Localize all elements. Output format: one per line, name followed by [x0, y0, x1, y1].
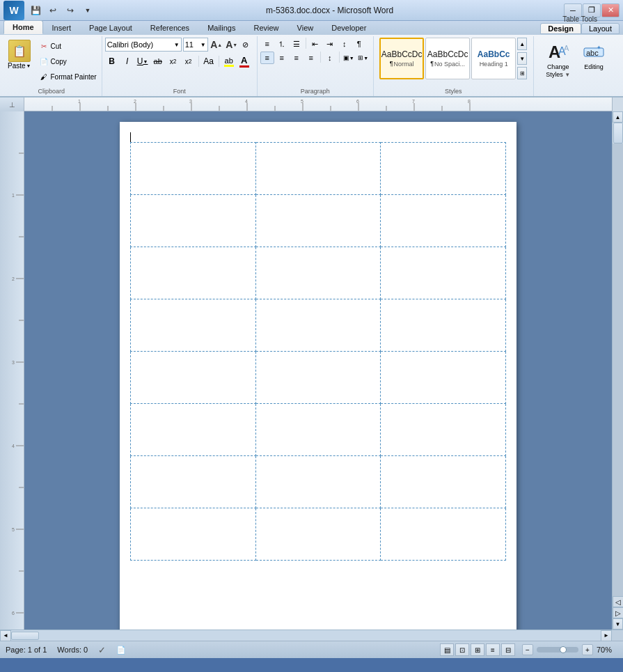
- subscript-button[interactable]: x2: [166, 54, 180, 68]
- change-styles-button[interactable]: A A A Change Styles ▼: [541, 38, 575, 82]
- scroll-up-button[interactable]: ▲: [613, 111, 623, 123]
- grow-font-button[interactable]: A▲: [210, 38, 223, 52]
- table-cell[interactable]: [381, 247, 506, 299]
- styles-scroll-down-button[interactable]: ▼: [517, 52, 527, 65]
- strikethrough-button[interactable]: ab: [151, 54, 165, 68]
- multilevel-button[interactable]: ☰: [290, 38, 303, 50]
- zoom-slider[interactable]: [537, 647, 578, 653]
- tab-design[interactable]: Design: [540, 23, 581, 34]
- scroll-page-up-button[interactable]: ◁: [613, 596, 623, 607]
- table-cell[interactable]: [381, 404, 506, 456]
- increase-indent-button[interactable]: ⇥: [323, 38, 337, 50]
- justify-button[interactable]: ≡: [304, 52, 318, 64]
- tab-mailings[interactable]: Mailings: [198, 20, 244, 34]
- numbering-button[interactable]: ⒈: [275, 38, 289, 50]
- style-normal-button[interactable]: AaBbCcDc ¶ Normal: [379, 38, 424, 79]
- table-cell[interactable]: [131, 456, 256, 508]
- qat-save-button[interactable]: 💾: [28, 3, 43, 17]
- bold-button[interactable]: B: [105, 54, 119, 68]
- table-cell[interactable]: [131, 404, 256, 456]
- tab-references[interactable]: References: [141, 20, 198, 34]
- tab-home[interactable]: Home: [3, 20, 43, 34]
- table-cell[interactable]: [381, 299, 506, 352]
- font-color-button[interactable]: A: [237, 54, 251, 68]
- shading-button[interactable]: ▣ ▼: [342, 52, 356, 64]
- horiz-scroll-thumb[interactable]: [11, 632, 39, 640]
- font-family-selector[interactable]: Calibri (Body) ▼: [105, 38, 182, 52]
- table-cell[interactable]: [131, 195, 256, 247]
- full-screen-button[interactable]: ⊡: [455, 643, 469, 656]
- table-cell[interactable]: [255, 143, 381, 195]
- table-cell[interactable]: [131, 143, 256, 195]
- highlight-button[interactable]: ab: [222, 54, 236, 68]
- tab-page-layout[interactable]: Page Layout: [80, 20, 141, 34]
- shrink-font-button[interactable]: A▼: [225, 38, 239, 52]
- scroll-down-button[interactable]: ▼: [613, 618, 623, 630]
- spell-check-icon[interactable]: ✓: [98, 645, 106, 655]
- scroll-thumb[interactable]: [613, 123, 623, 143]
- cut-button[interactable]: ✂ Cut: [36, 39, 99, 53]
- zoom-out-button[interactable]: −: [522, 644, 533, 655]
- horiz-scroll-left-button[interactable]: ◄: [0, 630, 11, 641]
- table-cell[interactable]: [381, 195, 506, 247]
- zoom-level[interactable]: 70%: [597, 646, 617, 654]
- table-cell[interactable]: [255, 195, 381, 247]
- table-cell[interactable]: [381, 143, 506, 195]
- table-cell[interactable]: [255, 508, 381, 561]
- align-center-button[interactable]: ≡: [275, 52, 289, 64]
- web-layout-button[interactable]: ⊞: [471, 643, 484, 656]
- table-cell[interactable]: [131, 352, 256, 404]
- horiz-scroll-right-button[interactable]: ►: [601, 630, 612, 641]
- qat-undo-button[interactable]: ↩: [45, 3, 61, 17]
- styles-scroll-up-button[interactable]: ▲: [517, 38, 527, 50]
- zoom-in-button[interactable]: +: [582, 644, 593, 655]
- document-table[interactable]: [130, 142, 506, 561]
- qat-redo-button[interactable]: ↪: [63, 3, 78, 17]
- style-nospacing-button[interactable]: AaBbCcDc ¶ No Spaci...: [425, 38, 470, 79]
- tab-layout[interactable]: Layout: [581, 23, 620, 34]
- table-cell[interactable]: [255, 247, 381, 299]
- document-container[interactable]: [24, 111, 612, 630]
- font-size-selector[interactable]: 11 ▼: [183, 38, 208, 52]
- draft-button[interactable]: ⊟: [501, 643, 515, 656]
- superscript-button[interactable]: x2: [182, 54, 196, 68]
- table-cell[interactable]: [381, 456, 506, 508]
- table-cell[interactable]: [131, 508, 256, 561]
- styles-more-button[interactable]: ⊞: [517, 67, 527, 79]
- align-left-button[interactable]: ≡: [260, 52, 274, 64]
- tab-review[interactable]: Review: [244, 20, 287, 34]
- editing-button[interactable]: abc ✦ Editing: [578, 38, 610, 75]
- sort-button[interactable]: ↕: [338, 38, 352, 50]
- decrease-indent-button[interactable]: ⇤: [308, 38, 322, 50]
- print-layout-button[interactable]: ▤: [440, 643, 454, 656]
- table-cell[interactable]: [381, 352, 506, 404]
- style-heading1-button[interactable]: AaBbCc Heading 1: [471, 38, 516, 79]
- table-cell[interactable]: [255, 456, 381, 508]
- ruler-corner[interactable]: ⊥: [0, 97, 24, 111]
- italic-button[interactable]: I: [120, 54, 134, 68]
- change-case-button[interactable]: Aa: [202, 54, 216, 68]
- tab-view[interactable]: View: [288, 20, 323, 34]
- vertical-scrollbar[interactable]: ▲ ◁ ▷ ▼: [612, 111, 623, 630]
- table-cell[interactable]: [131, 299, 256, 352]
- table-cell[interactable]: [381, 508, 506, 561]
- table-cell[interactable]: [131, 247, 256, 299]
- copy-button[interactable]: 📄 Copy: [36, 54, 99, 68]
- document-page[interactable]: [120, 122, 516, 630]
- scroll-page-down-button[interactable]: ▷: [613, 607, 623, 618]
- outline-button[interactable]: ≡: [486, 643, 500, 656]
- qat-more-button[interactable]: ▼: [80, 3, 95, 17]
- table-cell[interactable]: [255, 352, 381, 404]
- tab-insert[interactable]: Insert: [43, 20, 81, 34]
- line-spacing-button[interactable]: ↕: [323, 52, 337, 64]
- horizontal-scrollbar[interactable]: ◄ ►: [0, 630, 623, 641]
- align-right-button[interactable]: ≡: [290, 52, 303, 64]
- table-cell[interactable]: [255, 299, 381, 352]
- show-formatting-button[interactable]: ¶: [352, 38, 366, 50]
- table-cell[interactable]: [255, 404, 381, 456]
- underline-button[interactable]: U ▼: [136, 54, 150, 68]
- borders-button[interactable]: ⊞ ▼: [356, 52, 370, 64]
- clear-format-button[interactable]: ⊘: [240, 38, 254, 52]
- bullets-button[interactable]: ≡: [260, 38, 274, 50]
- format-painter-button[interactable]: 🖌 Format Painter: [36, 70, 99, 84]
